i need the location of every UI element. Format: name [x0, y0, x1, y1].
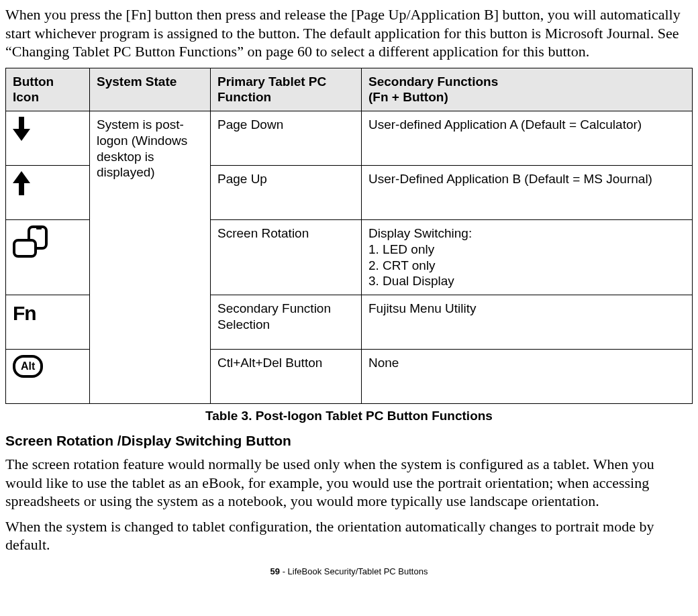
table-header-row: Button Icon System State Primary Tablet … — [6, 68, 693, 111]
arrow-down-icon — [13, 117, 30, 141]
svg-marker-1 — [13, 171, 30, 195]
icon-cell-alt: Alt — [6, 350, 90, 404]
icon-cell-page-up — [6, 166, 90, 220]
secondary-line: 2. CRT only — [368, 258, 685, 274]
secondary-line: Display Switching: — [368, 225, 685, 242]
secondary-cell: None — [362, 350, 693, 404]
secondary-cell: User-Defined Application B (Default = MS… — [362, 166, 693, 220]
th-state: System State — [90, 68, 211, 111]
footer-sep: - — [280, 566, 288, 576]
th-icon: Button Icon — [6, 68, 90, 111]
intro-paragraph: When you press the [Fn] button then pres… — [5, 5, 693, 61]
screen-rotation-heading: Screen Rotation /Display Switching Butto… — [5, 432, 693, 450]
secondary-cell: Fujitsu Menu Utility — [362, 295, 693, 350]
screen-rotation-paragraph: The screen rotation feature would normal… — [5, 455, 693, 511]
table-row: System is post-logon (Windows desktop is… — [6, 111, 693, 166]
page: When you press the [Fn] button then pres… — [0, 0, 698, 588]
primary-cell: Page Up — [211, 166, 362, 220]
secondary-cell: Display Switching: 1. LED only 2. CRT on… — [362, 220, 693, 295]
primary-cell: Secondary Function Selection — [211, 295, 362, 350]
secondary-line: 1. LED only — [368, 242, 685, 258]
th-secondary-line2: (Fn + Button) — [368, 89, 685, 105]
page-number: 59 — [270, 566, 280, 576]
th-secondary: Secondary Functions (Fn + Button) — [362, 68, 693, 111]
ctrl-alt-del-icon: Alt — [13, 355, 43, 378]
fn-icon: Fn — [13, 301, 36, 326]
secondary-line: 3. Dual Display — [368, 273, 685, 289]
table-caption: Table 3. Post-logon Tablet PC Button Fun… — [5, 408, 693, 424]
icon-cell-rotation — [6, 220, 90, 295]
primary-cell: Screen Rotation — [211, 220, 362, 295]
system-state-cell: System is post-logon (Windows desktop is… — [90, 111, 211, 404]
icon-cell-page-down — [6, 111, 90, 166]
arrow-up-icon — [13, 171, 30, 195]
secondary-cell: User-defined Application A (Default = Ca… — [362, 111, 693, 166]
button-functions-table: Button Icon System State Primary Tablet … — [5, 68, 693, 405]
icon-cell-fn: Fn — [6, 295, 90, 350]
primary-cell: Page Down — [211, 111, 362, 166]
primary-cell: Ctl+Alt+Del Button — [211, 350, 362, 404]
th-secondary-line1: Secondary Functions — [368, 74, 685, 90]
tablet-orientation-paragraph: When the system is changed to tablet con… — [5, 517, 693, 554]
footer-title: LifeBook Security/Tablet PC Buttons — [288, 566, 428, 576]
screen-rotation-icon — [13, 225, 49, 259]
svg-marker-0 — [13, 117, 30, 141]
th-primary: Primary Tablet PC Function — [211, 68, 362, 111]
page-footer: 59 - LifeBook Security/Tablet PC Buttons — [5, 566, 693, 577]
